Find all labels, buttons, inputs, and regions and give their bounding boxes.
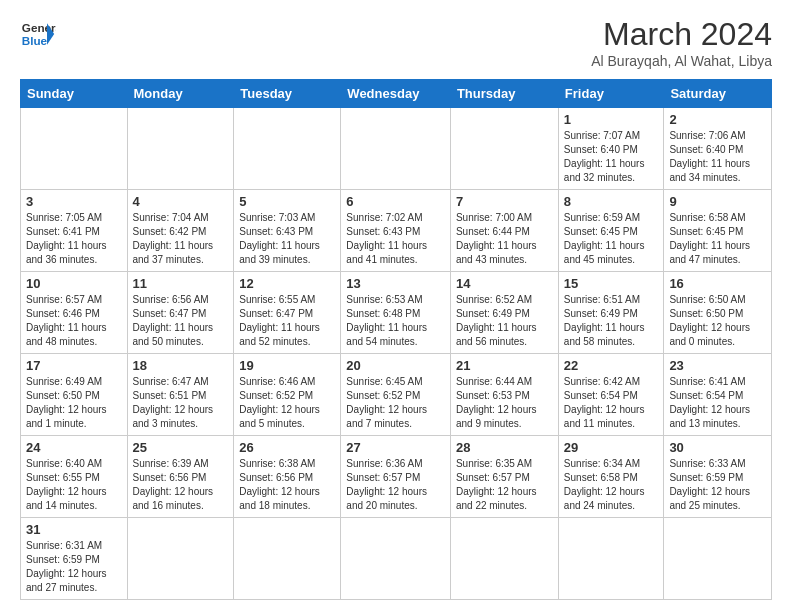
calendar-cell: 31Sunrise: 6:31 AMSunset: 6:59 PMDayligh…: [21, 518, 128, 600]
calendar-cell: 16Sunrise: 6:50 AMSunset: 6:50 PMDayligh…: [664, 272, 772, 354]
day-info: Sunrise: 7:04 AMSunset: 6:42 PMDaylight:…: [133, 211, 229, 267]
calendar-header-row: SundayMondayTuesdayWednesdayThursdayFrid…: [21, 80, 772, 108]
day-number: 28: [456, 440, 553, 455]
day-info: Sunrise: 6:33 AMSunset: 6:59 PMDaylight:…: [669, 457, 766, 513]
calendar-cell: [127, 518, 234, 600]
col-header-thursday: Thursday: [450, 80, 558, 108]
day-info: Sunrise: 6:59 AMSunset: 6:45 PMDaylight:…: [564, 211, 659, 267]
title-area: March 2024 Al Burayqah, Al Wahat, Libya: [591, 16, 772, 69]
day-number: 4: [133, 194, 229, 209]
day-number: 25: [133, 440, 229, 455]
calendar-cell: 21Sunrise: 6:44 AMSunset: 6:53 PMDayligh…: [450, 354, 558, 436]
calendar-cell: 17Sunrise: 6:49 AMSunset: 6:50 PMDayligh…: [21, 354, 128, 436]
calendar-cell: [341, 518, 451, 600]
calendar-cell: [450, 108, 558, 190]
day-info: Sunrise: 6:55 AMSunset: 6:47 PMDaylight:…: [239, 293, 335, 349]
calendar-week-row: 24Sunrise: 6:40 AMSunset: 6:55 PMDayligh…: [21, 436, 772, 518]
calendar-cell: [558, 518, 664, 600]
calendar-cell: 20Sunrise: 6:45 AMSunset: 6:52 PMDayligh…: [341, 354, 451, 436]
calendar-cell: 24Sunrise: 6:40 AMSunset: 6:55 PMDayligh…: [21, 436, 128, 518]
calendar-cell: [341, 108, 451, 190]
day-number: 19: [239, 358, 335, 373]
day-number: 3: [26, 194, 122, 209]
calendar-cell: 29Sunrise: 6:34 AMSunset: 6:58 PMDayligh…: [558, 436, 664, 518]
calendar-cell: 1Sunrise: 7:07 AMSunset: 6:40 PMDaylight…: [558, 108, 664, 190]
calendar-week-row: 3Sunrise: 7:05 AMSunset: 6:41 PMDaylight…: [21, 190, 772, 272]
day-info: Sunrise: 6:38 AMSunset: 6:56 PMDaylight:…: [239, 457, 335, 513]
day-number: 15: [564, 276, 659, 291]
day-info: Sunrise: 6:45 AMSunset: 6:52 PMDaylight:…: [346, 375, 445, 431]
location-subtitle: Al Burayqah, Al Wahat, Libya: [591, 53, 772, 69]
day-number: 23: [669, 358, 766, 373]
day-info: Sunrise: 6:39 AMSunset: 6:56 PMDaylight:…: [133, 457, 229, 513]
day-info: Sunrise: 6:53 AMSunset: 6:48 PMDaylight:…: [346, 293, 445, 349]
calendar-table: SundayMondayTuesdayWednesdayThursdayFrid…: [20, 79, 772, 600]
day-number: 24: [26, 440, 122, 455]
day-number: 6: [346, 194, 445, 209]
calendar-week-row: 31Sunrise: 6:31 AMSunset: 6:59 PMDayligh…: [21, 518, 772, 600]
day-info: Sunrise: 7:00 AMSunset: 6:44 PMDaylight:…: [456, 211, 553, 267]
col-header-tuesday: Tuesday: [234, 80, 341, 108]
day-info: Sunrise: 6:57 AMSunset: 6:46 PMDaylight:…: [26, 293, 122, 349]
calendar-week-row: 17Sunrise: 6:49 AMSunset: 6:50 PMDayligh…: [21, 354, 772, 436]
calendar-cell: 2Sunrise: 7:06 AMSunset: 6:40 PMDaylight…: [664, 108, 772, 190]
day-number: 31: [26, 522, 122, 537]
day-info: Sunrise: 6:52 AMSunset: 6:49 PMDaylight:…: [456, 293, 553, 349]
calendar-cell: 4Sunrise: 7:04 AMSunset: 6:42 PMDaylight…: [127, 190, 234, 272]
day-number: 2: [669, 112, 766, 127]
day-number: 26: [239, 440, 335, 455]
calendar-cell: 3Sunrise: 7:05 AMSunset: 6:41 PMDaylight…: [21, 190, 128, 272]
day-number: 1: [564, 112, 659, 127]
calendar-cell: 22Sunrise: 6:42 AMSunset: 6:54 PMDayligh…: [558, 354, 664, 436]
calendar-cell: 23Sunrise: 6:41 AMSunset: 6:54 PMDayligh…: [664, 354, 772, 436]
day-number: 10: [26, 276, 122, 291]
day-number: 30: [669, 440, 766, 455]
month-title: March 2024: [591, 16, 772, 53]
calendar-cell: 10Sunrise: 6:57 AMSunset: 6:46 PMDayligh…: [21, 272, 128, 354]
day-info: Sunrise: 6:31 AMSunset: 6:59 PMDaylight:…: [26, 539, 122, 595]
day-info: Sunrise: 6:35 AMSunset: 6:57 PMDaylight:…: [456, 457, 553, 513]
day-number: 17: [26, 358, 122, 373]
logo-icon: General Blue: [20, 16, 56, 52]
calendar-cell: 25Sunrise: 6:39 AMSunset: 6:56 PMDayligh…: [127, 436, 234, 518]
col-header-monday: Monday: [127, 80, 234, 108]
col-header-sunday: Sunday: [21, 80, 128, 108]
svg-text:Blue: Blue: [22, 34, 48, 47]
calendar-cell: 30Sunrise: 6:33 AMSunset: 6:59 PMDayligh…: [664, 436, 772, 518]
calendar-week-row: 10Sunrise: 6:57 AMSunset: 6:46 PMDayligh…: [21, 272, 772, 354]
day-info: Sunrise: 6:34 AMSunset: 6:58 PMDaylight:…: [564, 457, 659, 513]
calendar-cell: [21, 108, 128, 190]
calendar-cell: 19Sunrise: 6:46 AMSunset: 6:52 PMDayligh…: [234, 354, 341, 436]
day-info: Sunrise: 7:07 AMSunset: 6:40 PMDaylight:…: [564, 129, 659, 185]
day-number: 27: [346, 440, 445, 455]
col-header-saturday: Saturday: [664, 80, 772, 108]
day-number: 16: [669, 276, 766, 291]
day-info: Sunrise: 7:03 AMSunset: 6:43 PMDaylight:…: [239, 211, 335, 267]
day-info: Sunrise: 6:50 AMSunset: 6:50 PMDaylight:…: [669, 293, 766, 349]
day-info: Sunrise: 6:42 AMSunset: 6:54 PMDaylight:…: [564, 375, 659, 431]
day-info: Sunrise: 6:51 AMSunset: 6:49 PMDaylight:…: [564, 293, 659, 349]
calendar-cell: [127, 108, 234, 190]
calendar-cell: [234, 518, 341, 600]
col-header-wednesday: Wednesday: [341, 80, 451, 108]
day-info: Sunrise: 6:44 AMSunset: 6:53 PMDaylight:…: [456, 375, 553, 431]
day-number: 29: [564, 440, 659, 455]
calendar-cell: [664, 518, 772, 600]
calendar-cell: 27Sunrise: 6:36 AMSunset: 6:57 PMDayligh…: [341, 436, 451, 518]
calendar-cell: 13Sunrise: 6:53 AMSunset: 6:48 PMDayligh…: [341, 272, 451, 354]
calendar-cell: 5Sunrise: 7:03 AMSunset: 6:43 PMDaylight…: [234, 190, 341, 272]
day-info: Sunrise: 6:47 AMSunset: 6:51 PMDaylight:…: [133, 375, 229, 431]
day-number: 12: [239, 276, 335, 291]
logo: General Blue: [20, 16, 56, 52]
calendar-cell: 8Sunrise: 6:59 AMSunset: 6:45 PMDaylight…: [558, 190, 664, 272]
calendar-cell: 7Sunrise: 7:00 AMSunset: 6:44 PMDaylight…: [450, 190, 558, 272]
day-info: Sunrise: 6:46 AMSunset: 6:52 PMDaylight:…: [239, 375, 335, 431]
day-number: 13: [346, 276, 445, 291]
calendar-cell: 14Sunrise: 6:52 AMSunset: 6:49 PMDayligh…: [450, 272, 558, 354]
calendar-cell: 15Sunrise: 6:51 AMSunset: 6:49 PMDayligh…: [558, 272, 664, 354]
day-number: 20: [346, 358, 445, 373]
calendar-cell: 6Sunrise: 7:02 AMSunset: 6:43 PMDaylight…: [341, 190, 451, 272]
day-number: 5: [239, 194, 335, 209]
calendar-cell: 28Sunrise: 6:35 AMSunset: 6:57 PMDayligh…: [450, 436, 558, 518]
day-info: Sunrise: 7:06 AMSunset: 6:40 PMDaylight:…: [669, 129, 766, 185]
